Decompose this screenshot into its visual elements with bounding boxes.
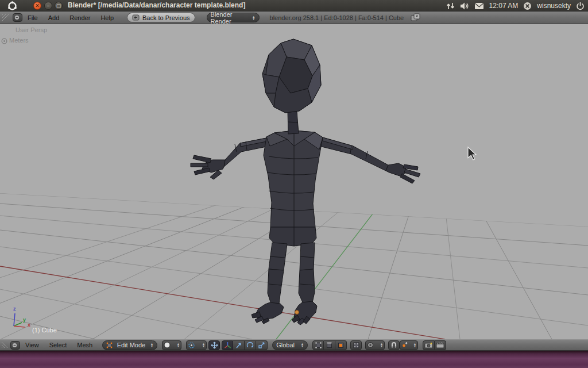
orientation-select[interactable]: Global ▲▼: [272, 340, 308, 350]
character-mesh[interactable]: [191, 39, 420, 325]
corner-grip-icon[interactable]: [1, 342, 8, 348]
select-arrows-icon: ▲▼: [252, 16, 255, 20]
window-close-button[interactable]: ✕: [33, 2, 41, 10]
corner-grip-icon[interactable]: [1, 14, 9, 22]
translate-icon: [235, 342, 242, 349]
render-engine-select[interactable]: Blender Render ▲▼: [207, 13, 260, 22]
editor-type-button[interactable]: [10, 341, 20, 350]
snap-magnet-icon: [390, 342, 397, 348]
screen-layout-icon[interactable]: [411, 13, 420, 22]
opengl-render-button[interactable]: [423, 340, 435, 350]
occlude-geometry-button[interactable]: [350, 340, 362, 350]
mode-select[interactable]: Edit Mode ▲▼: [102, 340, 157, 350]
desktop-strip: [0, 351, 588, 368]
manipulator-axes-icon: [224, 342, 231, 349]
me-menu-icon[interactable]: [523, 2, 532, 10]
pivot-point-icon: [188, 342, 195, 349]
menu-add[interactable]: Add: [43, 14, 65, 21]
proportional-edit-select[interactable]: ▲▼: [365, 340, 385, 350]
mail-icon[interactable]: [474, 2, 484, 10]
viewport-3d[interactable]: User Persp Meters z y x (1) Cube: [0, 24, 588, 339]
edge-select-button[interactable]: [324, 340, 335, 350]
menu-mesh[interactable]: Mesh: [72, 342, 98, 348]
window-maximize-button[interactable]: ▢: [55, 2, 63, 10]
rotate-manipulator-button[interactable]: [245, 340, 256, 350]
grid-unit-label: Meters: [9, 37, 29, 44]
scale-manipulator-button[interactable]: [256, 340, 268, 350]
clock[interactable]: 12:07 AM: [489, 2, 519, 10]
object-origin-dot: [295, 310, 299, 315]
view3d-header: View Select Mesh Edit Mode ▲▼ ▲▼ ▲▼: [0, 339, 588, 351]
back-window-icon: [132, 14, 140, 21]
render-anim-icon: [436, 342, 444, 348]
view3d-editor-icon: [12, 343, 18, 348]
shading-sphere-icon: [164, 342, 171, 348]
manipulator-icon: [211, 342, 218, 349]
edit-mode-icon: [106, 342, 113, 348]
translate-manipulator-button[interactable]: [233, 340, 245, 350]
editor-type-button[interactable]: [13, 13, 22, 22]
menu-file[interactable]: File: [22, 14, 43, 21]
scale-icon: [258, 342, 265, 349]
select-arrows-icon: ▲▼: [150, 343, 153, 347]
viewport-shading-select[interactable]: ▲▼: [162, 340, 181, 350]
face-select-icon: [337, 342, 345, 349]
proportional-edit-icon: [367, 342, 374, 348]
viewport-canvas: [0, 24, 588, 339]
vertex-select-icon: [315, 342, 322, 349]
gizmo-y-label: y: [23, 317, 26, 323]
window-minimize-button[interactable]: −: [44, 2, 52, 10]
menu-select[interactable]: Select: [44, 342, 72, 348]
ubuntu-logo-icon[interactable]: [7, 1, 17, 11]
window-title: Blender* [/media/Data/danar/character te…: [68, 1, 245, 9]
top-panel: ✕ − ▢ Blender* [/media/Data/danar/charac…: [0, 0, 588, 12]
occlude-geometry-icon: [353, 342, 360, 349]
manipulator-axes-button[interactable]: [222, 340, 233, 350]
gizmo-z-label: z: [13, 306, 16, 312]
mouse-cursor: [468, 147, 476, 160]
vertex-select-button[interactable]: [312, 340, 324, 350]
back-to-previous-button[interactable]: Back to Previous: [127, 13, 195, 22]
volume-icon[interactable]: [460, 2, 469, 10]
info-editor-icon: [14, 15, 21, 20]
face-select-button[interactable]: [335, 340, 347, 350]
menu-help[interactable]: Help: [95, 14, 119, 21]
opengl-render-anim-button[interactable]: [435, 340, 446, 350]
scene-stats: blender.org 258.1 | Ed:0-1028 | Fa:0-514…: [270, 14, 404, 21]
edge-select-icon: [326, 342, 333, 349]
panel-toggle-icon[interactable]: [1, 38, 7, 44]
render-opengl-icon: [424, 342, 433, 348]
info-header: File Add Render Help Back to Previous Bl…: [0, 12, 588, 24]
manipulator-toggle-button[interactable]: [208, 340, 220, 350]
snap-toggle-button[interactable]: [388, 340, 400, 350]
rotate-icon: [246, 342, 254, 349]
view-name-label: User Persp: [16, 26, 47, 33]
pivot-point-select[interactable]: ▲▼: [186, 340, 207, 350]
gizmo-x-label: x: [28, 322, 30, 328]
active-object-label: (1) Cube: [32, 327, 57, 334]
menu-view[interactable]: View: [20, 342, 44, 348]
menu-render[interactable]: Render: [64, 14, 95, 21]
snap-target-icon: [401, 342, 408, 348]
snap-target-select[interactable]: ▲▼: [400, 340, 418, 350]
system-tray: 12:07 AM wisnusekty: [446, 0, 585, 12]
power-icon[interactable]: [576, 2, 585, 10]
username-menu[interactable]: wisnusekty: [537, 2, 571, 10]
network-icon[interactable]: [446, 2, 455, 10]
